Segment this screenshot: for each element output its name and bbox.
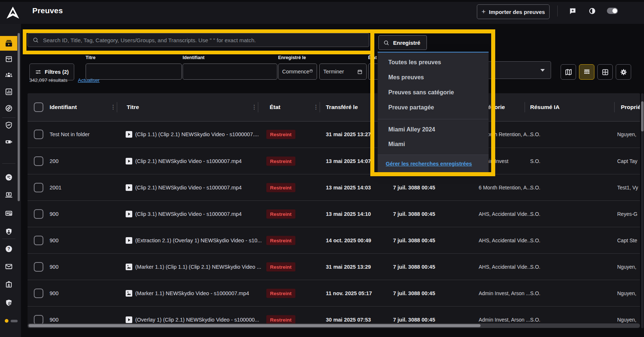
menu-item-my-evidence[interactable]: Mes preuves [378,70,489,85]
cell-ai-summary: S.O. [530,131,540,137]
column-header-transferred[interactable]: Transféré le [326,93,358,121]
table-row[interactable]: Test Not in folder(Clip 1.1) (Clip 2.1) … [28,121,640,148]
saved-searches-button[interactable]: Enregistré [378,35,427,50]
table-view-button[interactable] [579,64,594,80]
table-row[interactable]: 900(Marker 1.1) (Clip 1.1) (Clip 2.1) NE… [28,253,640,280]
cell-title[interactable]: (Marker 1.1) NEWSkydio Video - s1000007.… [135,290,249,296]
cell-title[interactable]: (Clip 3.1) NEWSkydio Video - s1000007.mp… [135,211,242,217]
sidebar-item-shield-person[interactable] [0,224,17,239]
sidebar-item-evidence[interactable] [0,36,17,51]
status-badge: Restreint [266,130,295,139]
map-view-button[interactable] [561,64,576,80]
sidebar-item-bar-chart[interactable] [0,84,17,99]
evidence-icon [5,39,13,47]
column-header-id[interactable]: Identifiant [50,93,77,121]
bar-chart-icon [5,88,13,96]
video-thumbnail-icon [126,184,132,191]
help-icon: ? [5,245,13,253]
cell-title[interactable]: (Clip 2.1) NEWSkydio Video - s1000007.mp… [135,158,242,164]
date-start-input[interactable]: Commence [278,64,317,80]
saved-search-item[interactable]: Miami [378,137,489,152]
row-checkbox[interactable] [34,289,43,298]
contrast-icon[interactable] [589,7,596,15]
column-header-owner[interactable]: Propriétaire [621,93,640,121]
search-input[interactable] [42,37,364,44]
manage-saved-searches-link[interactable]: Gérer les recherches enregistrées [386,161,472,167]
sidebar-item-people[interactable] [0,68,17,83]
sidebar-scrollbar[interactable] [18,33,20,201]
date-end-input[interactable]: Terminer [319,64,367,80]
sidebar-item-shield-analytics[interactable] [0,118,17,133]
menu-item-all-evidence[interactable]: Toutes les preuves [378,55,489,70]
column-header-status[interactable]: État [270,93,280,121]
enregistre-le-filter-label: Enregistré le [278,55,306,60]
sidebar-item-laptop-location[interactable] [0,188,17,202]
titre-filter-input[interactable] [86,64,182,80]
table-horizontal-scrollbar[interactable] [28,323,640,328]
table-row[interactable]: 200(Clip 2.1) NEWSkydio Video - s1000007… [28,148,640,174]
cell-transferred-date: 13 mai 2025 14:07 [326,158,371,164]
body-camera-icon [5,138,13,146]
cell-owner: Capt Tay [617,158,637,164]
cell-title[interactable]: (Clip 2.1) NEWSkydio Video - s1000007.mp… [135,185,242,191]
table-row[interactable]: 900(Extraction 2.1) (Overlay 1) NEWSkydi… [28,227,640,254]
kebab-menu-icon[interactable]: ⋮ [313,104,319,111]
kebab-menu-icon[interactable]: ⋮ [251,104,257,111]
theme-toggle[interactable] [607,8,618,14]
cell-title[interactable]: (Overlay 1) (Clip 2.1) NEWSkydio Video -… [135,317,259,323]
cell-title[interactable]: (Clip 1.1) (Clip 2.1) NEWSkydio Video - … [135,131,259,137]
sidebar-item-body-camera[interactable] [0,134,17,149]
identifiant-filter-input[interactable] [183,64,277,80]
table-vertical-scrollbar[interactable] [641,93,644,328]
row-checkbox[interactable] [34,236,43,245]
table-row[interactable]: 900(Marker 1.1) NEWSkydio Video - s10000… [28,280,640,307]
etat-filter-label: État [368,55,377,60]
column-header-ai-summary[interactable]: Résumé IA [530,93,560,121]
sidebar-item-id-badge[interactable] [0,277,17,292]
grid-icon [601,68,609,76]
sidebar-item-shield-user[interactable] [0,296,17,310]
saved-searches-dropdown: Toutes les preuves Mes preuves Preuves s… [378,52,489,172]
calendar-icon [309,69,313,75]
sidebar-item-barcode-search[interactable] [0,206,17,221]
settings-button[interactable] [616,64,631,80]
menu-item-shared-evidence[interactable]: Preuve partagée [378,100,489,115]
sidebar-item-help[interactable]: ? [0,242,17,256]
column-header-title[interactable]: Titre [127,93,139,121]
carousel-dot-active[interactable] [5,319,8,323]
sidebar-item-archive-box[interactable] [0,52,17,66]
saved-search-item[interactable]: Miami Alley 2024 [378,122,489,137]
scrollbar-thumb[interactable] [29,324,481,327]
table-row[interactable]: 2001(Clip 2.1) NEWSkydio Video - s100000… [28,174,640,201]
kebab-menu-icon[interactable]: ⋮ [110,104,116,111]
gear-icon [620,68,627,76]
cell-title[interactable]: (Extraction 2.1) (Overlay 1) NEWSkydio V… [135,238,262,243]
card-view-button[interactable] [597,64,613,80]
row-checkbox[interactable] [34,130,43,139]
select-all-checkbox[interactable] [34,102,43,112]
sidebar-item-striped-circle[interactable] [0,101,17,116]
row-checkbox[interactable] [34,262,43,272]
cell-transferred-date: 31 mai 2025 13:29 [326,264,371,270]
sidebar-item-mail[interactable] [0,259,17,274]
row-checkbox[interactable] [34,156,43,166]
calendar-icon [357,69,363,75]
import-evidence-button[interactable]: + Importer des preuves [477,4,550,19]
menu-item-uncategorized[interactable]: Preuves sans catégorie [378,85,489,100]
table-icon [583,68,591,76]
carousel-dot[interactable] [11,320,18,322]
cell-title[interactable]: (Marker 1.1) (Clip 1.1) (Clip 2.1) NEWSk… [135,264,261,270]
scrollbar-thumb[interactable] [641,101,644,131]
sidebar-item-transcription[interactable] [0,170,17,185]
table-row[interactable]: 900(Clip 3.1) NEWSkydio Video - s1000007… [28,200,640,227]
refresh-link[interactable]: Actualiser [78,77,100,83]
map-icon [565,68,572,76]
feedback-icon[interactable] [569,7,577,15]
row-checkbox[interactable] [34,183,43,192]
status-badge: Restreint [266,315,295,325]
sliders-icon [35,69,42,75]
cell-recorded-date: 7 juil. 3088 00:45 [393,317,435,323]
svg-text:?: ? [7,246,10,251]
row-checkbox[interactable] [34,209,43,219]
cell-ai-summary: S.O. [530,158,540,164]
